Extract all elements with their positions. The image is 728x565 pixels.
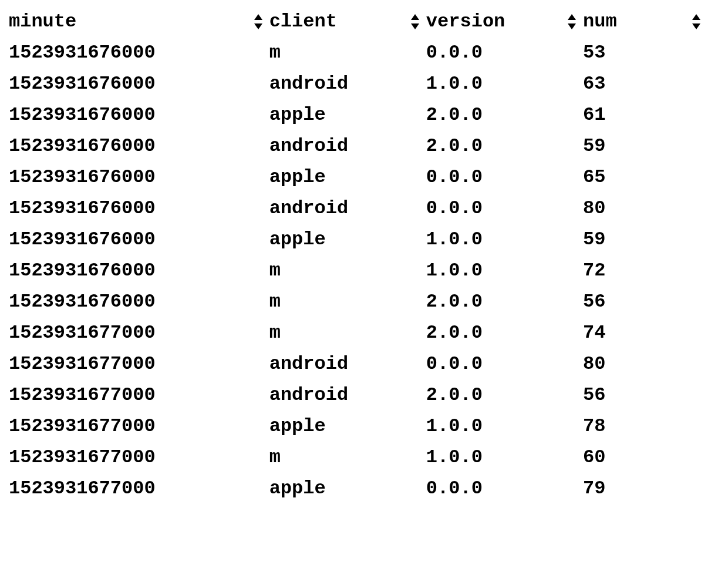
cell-extra	[702, 37, 719, 68]
column-label: minute	[9, 11, 76, 32]
cell-extra	[702, 224, 719, 255]
table-row: 1523931676000m2.0.056	[9, 286, 719, 317]
cell-version: 2.0.0	[426, 130, 583, 162]
cell-minute: 1523931676000	[9, 286, 269, 317]
column-label: num	[583, 11, 617, 32]
table-row: 1523931677000android0.0.080	[9, 348, 719, 379]
cell-num: 63	[583, 68, 702, 99]
cell-minute: 1523931676000	[9, 37, 269, 68]
svg-marker-2	[411, 14, 419, 20]
cell-client: m	[269, 442, 426, 473]
cell-client: m	[269, 286, 426, 317]
cell-version: 1.0.0	[426, 411, 583, 442]
cell-extra	[702, 130, 719, 162]
svg-marker-4	[568, 14, 576, 20]
cell-minute: 1523931677000	[9, 317, 269, 348]
cell-version: 0.0.0	[426, 162, 583, 193]
cell-version: 0.0.0	[426, 193, 583, 224]
cell-client: apple	[269, 99, 426, 130]
cell-extra	[702, 99, 719, 130]
cell-version: 0.0.0	[426, 37, 583, 68]
cell-version: 2.0.0	[426, 99, 583, 130]
cell-version: 1.0.0	[426, 68, 583, 99]
table-row: 1523931676000android1.0.063	[9, 68, 719, 99]
cell-extra	[702, 442, 719, 473]
column-header-client[interactable]: client	[269, 6, 426, 37]
cell-client: android	[269, 348, 426, 379]
cell-extra	[702, 473, 719, 504]
column-header-extra[interactable]	[702, 6, 719, 37]
cell-minute: 1523931676000	[9, 68, 269, 99]
sort-icon[interactable]	[252, 14, 265, 29]
cell-minute: 1523931676000	[9, 99, 269, 130]
cell-extra	[702, 68, 719, 99]
cell-minute: 1523931676000	[9, 193, 269, 224]
table-row: 1523931676000m1.0.072	[9, 255, 719, 286]
cell-client: apple	[269, 411, 426, 442]
sort-icon[interactable]	[409, 14, 422, 29]
cell-extra	[702, 162, 719, 193]
column-label: version	[426, 11, 505, 32]
table-row: 1523931677000apple1.0.078	[9, 411, 719, 442]
svg-marker-0	[254, 14, 262, 20]
cell-num: 72	[583, 255, 702, 286]
cell-version: 1.0.0	[426, 442, 583, 473]
column-header-num[interactable]: num	[583, 6, 702, 37]
cell-client: m	[269, 37, 426, 68]
cell-num: 80	[583, 348, 702, 379]
table-row: 1523931676000android2.0.059	[9, 130, 719, 162]
cell-client: apple	[269, 224, 426, 255]
cell-minute: 1523931677000	[9, 442, 269, 473]
cell-minute: 1523931677000	[9, 473, 269, 504]
cell-minute: 1523931676000	[9, 162, 269, 193]
cell-extra	[702, 348, 719, 379]
cell-version: 1.0.0	[426, 224, 583, 255]
column-header-version[interactable]: version	[426, 6, 583, 37]
table-row: 1523931676000apple0.0.065	[9, 162, 719, 193]
cell-num: 56	[583, 286, 702, 317]
cell-version: 0.0.0	[426, 473, 583, 504]
cell-minute: 1523931677000	[9, 348, 269, 379]
svg-marker-1	[254, 23, 262, 29]
table-body: 1523931676000m0.0.0531523931676000androi…	[9, 37, 719, 504]
cell-minute: 1523931677000	[9, 379, 269, 411]
table-row: 1523931677000m2.0.074	[9, 317, 719, 348]
svg-marker-6	[692, 14, 700, 20]
column-header-minute[interactable]: minute	[9, 6, 269, 37]
cell-num: 65	[583, 162, 702, 193]
cell-client: android	[269, 193, 426, 224]
table-row: 1523931677000android2.0.056	[9, 379, 719, 411]
cell-client: apple	[269, 162, 426, 193]
cell-minute: 1523931676000	[9, 224, 269, 255]
sort-icon[interactable]	[690, 14, 703, 29]
column-label: client	[269, 11, 337, 32]
cell-minute: 1523931676000	[9, 255, 269, 286]
table-row: 1523931677000apple0.0.079	[9, 473, 719, 504]
cell-extra	[702, 193, 719, 224]
cell-minute: 1523931676000	[9, 130, 269, 162]
cell-extra	[702, 317, 719, 348]
cell-version: 2.0.0	[426, 286, 583, 317]
cell-num: 59	[583, 224, 702, 255]
cell-extra	[702, 286, 719, 317]
cell-extra	[702, 255, 719, 286]
cell-num: 59	[583, 130, 702, 162]
table-row: 1523931677000m1.0.060	[9, 442, 719, 473]
cell-version: 2.0.0	[426, 379, 583, 411]
cell-num: 78	[583, 411, 702, 442]
cell-extra	[702, 411, 719, 442]
table-row: 1523931676000m0.0.053	[9, 37, 719, 68]
cell-client: m	[269, 255, 426, 286]
cell-client: m	[269, 317, 426, 348]
sort-icon[interactable]	[565, 14, 578, 29]
cell-client: android	[269, 379, 426, 411]
cell-version: 2.0.0	[426, 317, 583, 348]
cell-minute: 1523931677000	[9, 411, 269, 442]
cell-extra	[702, 379, 719, 411]
cell-num: 53	[583, 37, 702, 68]
cell-client: android	[269, 130, 426, 162]
svg-marker-7	[692, 23, 700, 29]
cell-num: 60	[583, 442, 702, 473]
cell-num: 56	[583, 379, 702, 411]
cell-num: 61	[583, 99, 702, 130]
